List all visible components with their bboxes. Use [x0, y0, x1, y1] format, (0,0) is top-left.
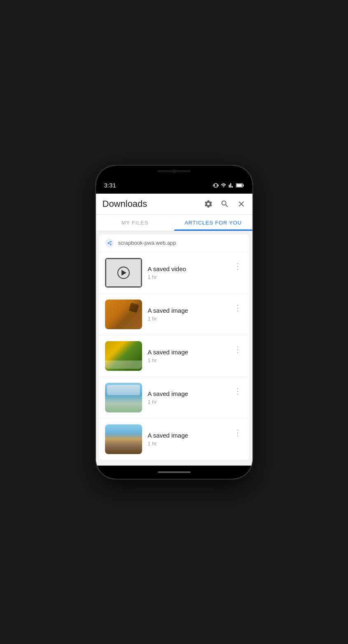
wifi-icon — [220, 183, 227, 188]
source-header: scrapbook-pwa.web.app — [99, 234, 249, 252]
play-triangle — [121, 270, 126, 276]
item-info: A saved video 1 hr — [148, 265, 226, 280]
list-item[interactable]: A saved image 1 hr ⋮ — [99, 377, 249, 419]
search-icon[interactable] — [220, 199, 229, 208]
tab-articles-for-you[interactable]: ARTICLES FOR YOU — [174, 215, 252, 231]
app-header: Downloads — [96, 194, 252, 215]
item-info: A saved image 1 hr — [148, 432, 226, 447]
item-menu-button[interactable]: ⋮ — [232, 343, 243, 356]
tab-my-files[interactable]: MY FILES — [96, 215, 174, 231]
status-icons — [213, 183, 244, 188]
source-name: scrapbook-pwa.web.app — [118, 240, 176, 246]
svg-rect-2 — [236, 184, 242, 187]
water-image-thumbnail — [105, 383, 142, 412]
item-title: A saved image — [148, 390, 226, 397]
item-menu-button[interactable]: ⋮ — [232, 384, 243, 398]
source-section: scrapbook-pwa.web.app A saved video 1 hr — [99, 234, 249, 460]
header-icons — [204, 199, 246, 208]
svg-rect-1 — [243, 184, 243, 186]
item-meta: 1 hr — [148, 357, 226, 363]
vibrate-icon — [213, 183, 219, 188]
orange-image-thumbnail — [105, 300, 142, 329]
item-info: A saved image 1 hr — [148, 307, 226, 322]
video-thumbnail — [105, 258, 142, 288]
settings-icon[interactable] — [204, 199, 213, 208]
item-info: A saved image 1 hr — [148, 390, 226, 405]
status-time: 3:31 — [104, 182, 116, 189]
city-image-thumbnail — [105, 424, 142, 454]
item-thumbnail-image — [105, 424, 142, 454]
item-title: A saved image — [148, 432, 226, 439]
home-bar — [96, 466, 252, 479]
item-menu-button[interactable]: ⋮ — [232, 301, 243, 314]
item-meta: 1 hr — [148, 399, 226, 405]
tabs-bar: MY FILES ARTICLES FOR YOU — [96, 215, 252, 231]
item-thumbnail-image — [105, 341, 142, 371]
play-button-icon — [117, 267, 130, 279]
list-item[interactable]: A saved video 1 hr ⋮ — [99, 252, 249, 294]
content-area: scrapbook-pwa.web.app A saved video 1 hr — [96, 231, 252, 466]
item-title: A saved image — [148, 307, 226, 314]
app-title: Downloads — [103, 199, 147, 209]
status-bar: 3:31 — [96, 177, 252, 194]
item-title: A saved image — [148, 349, 226, 356]
phone-screen: 3:31 — [96, 166, 252, 479]
notch-area — [96, 166, 252, 177]
item-menu-button[interactable]: ⋮ — [232, 426, 243, 439]
home-indicator — [158, 471, 191, 473]
list-item[interactable]: A saved image 1 hr ⋮ — [99, 294, 249, 335]
item-menu-button[interactable]: ⋮ — [232, 260, 243, 273]
item-info: A saved image 1 hr — [148, 349, 226, 363]
source-share-icon — [105, 239, 114, 248]
item-thumbnail-image — [105, 383, 142, 412]
camera-dot — [172, 169, 176, 173]
item-meta: 1 hr — [148, 316, 226, 322]
list-item[interactable]: A saved image 1 hr ⋮ — [99, 419, 249, 460]
item-thumbnail-video — [105, 258, 142, 288]
list-item[interactable]: A saved image 1 hr ⋮ — [99, 335, 249, 377]
food-image-thumbnail — [105, 341, 142, 371]
signal-icon — [229, 183, 234, 188]
item-title: A saved video — [148, 265, 226, 272]
item-meta: 1 hr — [148, 440, 226, 447]
close-icon[interactable] — [237, 199, 246, 208]
phone-device: 3:31 — [96, 166, 252, 479]
item-thumbnail-image — [105, 300, 142, 329]
item-meta: 1 hr — [148, 274, 226, 280]
battery-icon — [236, 183, 244, 188]
